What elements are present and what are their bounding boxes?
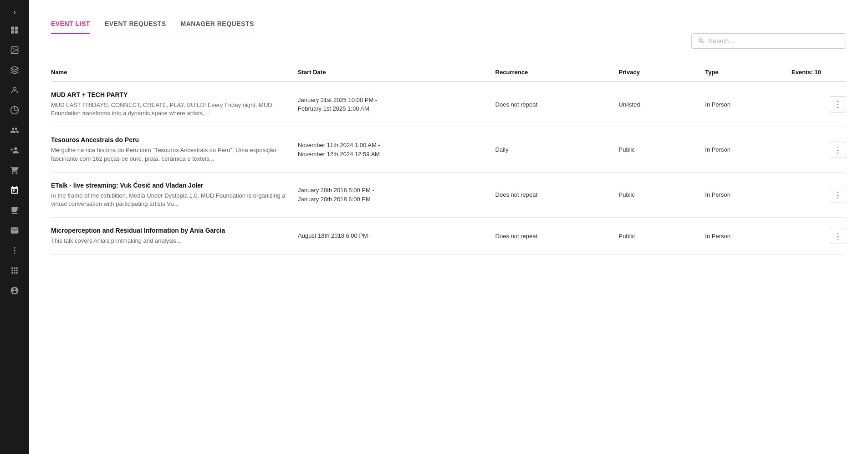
event-date-1: November 11th 2024 1:00 AM -November 12t…	[298, 141, 495, 158]
tabs-container: EVENT LIST EVENT REQUESTS MANAGER REQUES…	[51, 15, 254, 34]
col-recurrence: Recurrence	[495, 69, 619, 76]
col-events-count: Events: 10	[791, 69, 846, 76]
svg-rect-0	[11, 27, 15, 30]
event-actions-3: ⋮	[791, 228, 846, 244]
event-name-2: ETalk - live streaming: Vuk Ćosić and Vl…	[51, 182, 298, 189]
sidebar-item-chart[interactable]	[5, 101, 24, 119]
event-recurrence-2: Does not repeat	[495, 191, 619, 198]
table-row: MUD ART + TECH PARTY MUD LAST FRIDAYS: C…	[51, 82, 846, 127]
event-name-0: MUD ART + TECH PARTY	[51, 91, 298, 98]
svg-point-6	[13, 87, 16, 90]
event-type-2: In Person	[705, 191, 791, 198]
search-input[interactable]	[709, 37, 839, 45]
table-body: MUD ART + TECH PARTY MUD LAST FRIDAYS: C…	[51, 82, 846, 255]
event-name-1: Tesouros Ancestrais do Peru	[51, 136, 298, 143]
event-actions-0: ⋮	[791, 96, 846, 112]
sidebar-item-events[interactable]	[5, 181, 24, 199]
event-actions-1: ⋮	[791, 142, 846, 158]
sidebar-item-users-group[interactable]	[5, 81, 24, 99]
sidebar-item-shop[interactable]	[5, 161, 24, 179]
event-date-3: August 18th 2018 6:00 PM -	[298, 231, 495, 240]
tabs-row: EVENT LIST EVENT REQUESTS MANAGER REQUES…	[51, 15, 846, 49]
event-menu-button-2[interactable]: ⋮	[830, 187, 846, 203]
event-menu-button-1[interactable]: ⋮	[830, 142, 846, 158]
svg-rect-1	[15, 27, 18, 30]
sidebar-item-dashboard[interactable]	[5, 21, 24, 39]
svg-rect-3	[15, 31, 18, 34]
event-actions-2: ⋮	[791, 187, 846, 203]
col-type: Type	[705, 69, 791, 76]
sidebar-item-contacts[interactable]	[5, 121, 24, 139]
event-info-0: MUD ART + TECH PARTY MUD LAST FRIDAYS: C…	[51, 91, 298, 117]
table-header: Name Start Date Recurrence Privacy Type …	[51, 63, 846, 82]
event-info-3: Microperception and Residual Information…	[51, 227, 298, 245]
sidebar-item-more[interactable]	[5, 241, 24, 260]
sidebar-item-gallery[interactable]	[5, 41, 24, 59]
table-row: Tesouros Ancestrais do Peru Mergulhe na …	[51, 127, 846, 172]
svg-rect-2	[11, 31, 15, 34]
event-privacy-1: Public	[619, 146, 705, 153]
search-icon	[698, 37, 705, 45]
event-menu-button-0[interactable]: ⋮	[830, 96, 846, 112]
table-row: ETalk - live streaming: Vuk Ćosić and Vl…	[51, 173, 846, 218]
event-info-2: ETalk - live streaming: Vuk Ćosić and Vl…	[51, 182, 298, 208]
event-name-3: Microperception and Residual Information…	[51, 227, 298, 234]
tab-event-requests[interactable]: EVENT REQUESTS	[105, 15, 166, 34]
svg-point-5	[13, 48, 14, 50]
sidebar: ›	[0, 0, 29, 454]
sidebar-toggle[interactable]: ›	[0, 4, 29, 20]
col-name: Name	[51, 69, 298, 76]
event-desc-1: Mergulhe na rica história do Peru com "T…	[51, 146, 298, 163]
event-desc-2: In the frame of the exhibition, Media Un…	[51, 192, 298, 208]
event-privacy-0: Unlisted	[619, 101, 705, 108]
sidebar-item-layers[interactable]	[5, 61, 24, 79]
col-start-date: Start Date	[298, 69, 495, 76]
sidebar-item-mail[interactable]	[5, 221, 24, 240]
svg-point-9	[14, 247, 15, 249]
event-info-1: Tesouros Ancestrais do Peru Mergulhe na …	[51, 136, 298, 163]
col-privacy: Privacy	[619, 69, 705, 76]
event-type-3: In Person	[705, 233, 791, 240]
sidebar-item-person-add[interactable]	[5, 141, 24, 159]
tab-manager-requests[interactable]: MANAGER REQUESTS	[181, 15, 254, 34]
event-desc-0: MUD LAST FRIDAYS: CONNECT, CREATE, PLAY,…	[51, 101, 298, 117]
sidebar-item-apps[interactable]	[5, 261, 24, 280]
event-type-1: In Person	[705, 146, 791, 153]
event-recurrence-0: Does not repeat	[495, 101, 619, 108]
event-menu-button-3[interactable]: ⋮	[830, 228, 846, 244]
event-privacy-3: Public	[619, 233, 705, 240]
main-content: EVENT LIST EVENT REQUESTS MANAGER REQUES…	[29, 0, 868, 454]
event-desc-3: This talk covers Ania's printmaking and …	[51, 237, 298, 245]
svg-point-8	[14, 250, 15, 251]
event-date-2: January 20th 2018 5:00 PM -January 20th …	[298, 186, 495, 204]
sidebar-item-account[interactable]	[5, 281, 24, 300]
tab-event-list[interactable]: EVENT LIST	[51, 15, 90, 34]
event-date-0: January 31st 2025 10:00 PM -February 1st…	[298, 96, 495, 113]
svg-point-10	[14, 252, 15, 254]
table-row: Microperception and Residual Information…	[51, 218, 846, 255]
sidebar-item-news[interactable]	[5, 201, 24, 219]
search-bar	[691, 33, 846, 49]
event-recurrence-3: Does not repeat	[495, 233, 619, 240]
event-privacy-2: Public	[619, 191, 705, 198]
event-type-0: In Person	[705, 101, 791, 108]
event-recurrence-1: Daily	[495, 146, 619, 153]
